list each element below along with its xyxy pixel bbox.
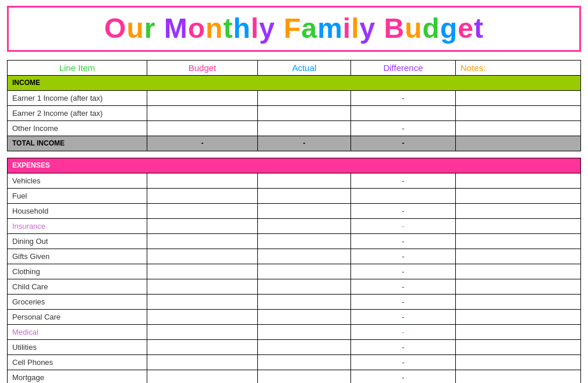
expense-item-7: Clothing <box>8 264 147 279</box>
table-row: Clothing - <box>8 264 581 279</box>
income-actual-1[interactable] <box>258 90 351 105</box>
expense-notes-13[interactable] <box>456 354 581 370</box>
expense-budget-7[interactable] <box>147 264 258 279</box>
expense-notes-14[interactable] <box>456 370 581 383</box>
expense-diff-9: - <box>351 294 456 309</box>
expense-actual-3[interactable] <box>258 203 351 218</box>
expense-diff-8: - <box>351 279 456 294</box>
table-row: Medical - <box>8 324 581 339</box>
expense-actual-13[interactable] <box>258 354 351 370</box>
expense-budget-11[interactable] <box>147 324 258 339</box>
income-budget-3[interactable] <box>147 120 258 136</box>
expense-budget-3[interactable] <box>147 203 258 218</box>
expense-notes-3[interactable] <box>456 203 581 218</box>
expense-item-11: Medical <box>8 324 147 339</box>
table-row: Other Income - <box>8 120 581 136</box>
expense-budget-9[interactable] <box>147 294 258 309</box>
expense-diff-4: - <box>351 218 456 233</box>
income-budget-2[interactable] <box>147 105 258 120</box>
expense-notes-12[interactable] <box>456 339 581 354</box>
income-budget-1[interactable] <box>147 90 258 105</box>
col-header-actual: Actual <box>258 60 351 75</box>
expense-budget-8[interactable] <box>147 279 258 294</box>
income-diff-3: - <box>351 120 456 136</box>
expense-notes-8[interactable] <box>456 279 581 294</box>
expense-actual-6[interactable] <box>258 249 351 264</box>
table-row: Insurance - <box>8 218 581 233</box>
expense-actual-2[interactable] <box>258 188 351 203</box>
expense-item-3: Household <box>8 203 147 218</box>
expense-actual-9[interactable] <box>258 294 351 309</box>
expense-actual-4[interactable] <box>258 218 351 233</box>
table-row: Vehicles - <box>8 173 581 188</box>
expense-item-2: Fuel <box>8 188 147 203</box>
col-header-notes: Notes: <box>456 60 581 75</box>
total-income-notes <box>456 136 581 151</box>
expense-notes-2[interactable] <box>456 188 581 203</box>
expense-notes-4[interactable] <box>456 218 581 233</box>
spacer <box>8 151 581 158</box>
expense-budget-14[interactable] <box>147 370 258 383</box>
expense-budget-13[interactable] <box>147 354 258 370</box>
table-row: Child Care - <box>8 279 581 294</box>
expense-notes-1[interactable] <box>456 173 581 188</box>
section-header-income: INCOME <box>8 75 581 90</box>
expense-actual-1[interactable] <box>258 173 351 188</box>
expense-actual-14[interactable] <box>258 370 351 383</box>
expense-actual-8[interactable] <box>258 279 351 294</box>
income-notes-3[interactable] <box>456 120 581 136</box>
expense-notes-9[interactable] <box>456 294 581 309</box>
expense-budget-4[interactable] <box>147 218 258 233</box>
total-income-budget: - <box>147 136 258 151</box>
income-item-1: Earner 1 Income (after tax) <box>8 90 147 105</box>
expense-budget-10[interactable] <box>147 309 258 324</box>
expense-notes-7[interactable] <box>456 264 581 279</box>
income-item-2: Earner 2 Income (after tax) <box>8 105 147 120</box>
expense-budget-1[interactable] <box>147 173 258 188</box>
expense-diff-14: - <box>351 370 456 383</box>
expense-diff-2 <box>351 188 456 203</box>
expense-diff-3: - <box>351 203 456 218</box>
page: Our Monthly Family Budget Line Item Budg… <box>0 0 588 383</box>
expense-diff-10: - <box>351 309 456 324</box>
expense-budget-6[interactable] <box>147 249 258 264</box>
expense-budget-5[interactable] <box>147 233 258 249</box>
table-header-row: Line Item Budget Actual Difference Notes… <box>8 60 581 75</box>
table-row: Fuel <box>8 188 581 203</box>
income-actual-3[interactable] <box>258 120 351 136</box>
page-title: Our Monthly Family Budget <box>20 13 568 44</box>
expense-diff-5: - <box>351 233 456 249</box>
expense-notes-6[interactable] <box>456 249 581 264</box>
table-row: Gifts Given - <box>8 249 581 264</box>
expense-item-6: Gifts Given <box>8 249 147 264</box>
expense-notes-11[interactable] <box>456 324 581 339</box>
expense-actual-5[interactable] <box>258 233 351 249</box>
expense-notes-5[interactable] <box>456 233 581 249</box>
expense-diff-12: - <box>351 339 456 354</box>
expense-budget-2[interactable] <box>147 188 258 203</box>
expense-item-12: Utilities <box>8 339 147 354</box>
table-row: Mortgage - <box>8 370 581 383</box>
income-actual-2[interactable] <box>258 105 351 120</box>
expense-notes-10[interactable] <box>456 309 581 324</box>
expense-diff-7: - <box>351 264 456 279</box>
income-notes-2[interactable] <box>456 105 581 120</box>
expense-budget-12[interactable] <box>147 339 258 354</box>
table-row: Groceries - <box>8 294 581 309</box>
total-income-actual: - <box>258 136 351 151</box>
expense-actual-11[interactable] <box>258 324 351 339</box>
expense-item-8: Child Care <box>8 279 147 294</box>
expense-item-13: Cell Phones <box>8 354 147 370</box>
total-income-label: TOTAL INCOME <box>8 136 147 151</box>
expense-actual-10[interactable] <box>258 309 351 324</box>
expense-actual-12[interactable] <box>258 339 351 354</box>
expense-item-1: Vehicles <box>8 173 147 188</box>
total-income-diff: - <box>351 136 456 151</box>
expense-actual-7[interactable] <box>258 264 351 279</box>
table-row: Personal Care - <box>8 309 581 324</box>
table-row: Utilities - <box>8 339 581 354</box>
income-notes-1[interactable] <box>456 90 581 105</box>
expense-item-10: Personal Care <box>8 309 147 324</box>
total-income-row: TOTAL INCOME - - - <box>8 136 581 151</box>
expense-item-14: Mortgage <box>8 370 147 383</box>
